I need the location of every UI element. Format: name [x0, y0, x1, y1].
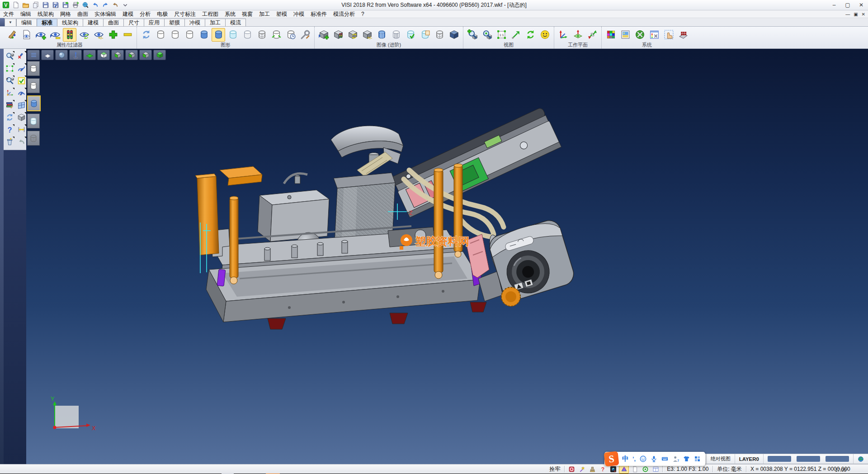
doc-copy-button[interactable] [31, 1, 40, 9]
mdi-restore-button[interactable]: ▣ [854, 12, 858, 17]
cyl-wire2-button[interactable] [433, 28, 446, 42]
minus-yellow-button[interactable] [121, 28, 134, 42]
zoom-plusminus-button[interactable]: ± [5, 75, 14, 86]
axes-move-button[interactable] [5, 87, 14, 98]
menu-item-15[interactable]: 冲模 [290, 10, 307, 18]
target-green-button[interactable] [641, 465, 650, 473]
menu-item-10[interactable]: 工程图 [199, 10, 222, 18]
tab-dropdown-button[interactable]: ▼ [5, 19, 16, 26]
eye-minus-button[interactable] [48, 28, 62, 42]
menu-item-13[interactable]: 加工 [256, 10, 273, 18]
cube-gray-button[interactable] [16, 112, 26, 123]
axis-vertical-button[interactable] [69, 50, 82, 60]
menu-item-3[interactable]: 网格 [57, 10, 74, 18]
cyl-arrows-button[interactable] [269, 28, 283, 42]
menu-item-9[interactable]: 尺寸标注 [171, 10, 199, 18]
palette-grid-button[interactable] [604, 28, 618, 42]
person-seven-button[interactable]: 7 [672, 455, 679, 463]
frame-one-one-button[interactable]: 1:1 [495, 28, 508, 42]
ribbon-tab-7[interactable]: 塑膜 [164, 19, 185, 26]
window-blue-button[interactable] [16, 100, 26, 110]
cyl-outline2-button[interactable] [27, 78, 40, 93]
menu-item-8[interactable]: 电极 [154, 10, 171, 18]
books-palette-button[interactable] [5, 100, 14, 110]
refresh-green-button[interactable] [524, 28, 537, 42]
menu-item-5[interactable]: 实体编辑 [91, 10, 119, 18]
pencil-cross-button[interactable] [16, 51, 26, 62]
smiley-blue-button[interactable] [639, 455, 647, 463]
question-help-button[interactable]: ? [5, 124, 14, 135]
image-pic-button[interactable] [618, 28, 632, 42]
ribbon-tab-6[interactable]: 应用 [144, 19, 165, 26]
ime-punctuation-toggle[interactable]: ’, [632, 455, 636, 462]
cube-traffic-button[interactable] [331, 28, 345, 42]
undo-button[interactable] [90, 1, 100, 9]
cube-plusminus-button[interactable]: +/- [360, 28, 374, 42]
curve-pencil-button[interactable] [16, 87, 26, 98]
cyl-cyan-button[interactable] [226, 28, 240, 42]
shirt-button[interactable] [683, 455, 690, 463]
cube-wire-top-button[interactable] [97, 50, 110, 60]
cyl-wire-button[interactable] [255, 28, 269, 42]
ribbon-tab-5[interactable]: 尺寸 [123, 19, 144, 26]
cyl-outline3-button[interactable] [183, 28, 196, 42]
cyl-white-button[interactable] [241, 28, 254, 42]
print-plot-button[interactable] [71, 1, 80, 9]
units-label[interactable]: 单位: 毫米 [715, 465, 744, 473]
search-globe-button[interactable] [80, 1, 90, 9]
trash-delete-button[interactable] [5, 136, 14, 147]
minimize-button[interactable]: – [827, 0, 841, 9]
save-export-button[interactable] [61, 1, 70, 9]
zoom-cube-button[interactable] [480, 28, 494, 42]
plane-white-button[interactable] [41, 50, 54, 60]
cube-dark-button[interactable] [447, 28, 461, 42]
menu-item-17[interactable]: 模流分析 [330, 10, 358, 18]
menu-item-4[interactable]: 曲面 [74, 10, 91, 18]
window-split-button[interactable] [651, 465, 660, 473]
cube-refresh-button[interactable] [346, 28, 359, 42]
cyl-striped-button[interactable] [389, 28, 403, 42]
menu-item-7[interactable]: 分析 [137, 10, 154, 18]
curve-sketch-button[interactable] [16, 63, 26, 74]
badge-red-button[interactable] [567, 465, 576, 473]
menu-item-0[interactable]: 文件 [0, 10, 17, 18]
cyl-blue-striped-button[interactable] [375, 28, 388, 42]
eye-plus-button[interactable] [34, 28, 47, 42]
zoom-plus-cube-button[interactable] [466, 28, 479, 42]
cube-iso2-button[interactable] [125, 50, 138, 60]
cyl-blue-button[interactable] [197, 28, 211, 42]
close-button[interactable]: ✕ [854, 0, 868, 9]
sogou-logo-icon[interactable]: S [604, 451, 619, 466]
doc-eye-button[interactable] [19, 28, 33, 42]
axes-rgb-button[interactable] [557, 28, 570, 42]
ribbon-tab-9[interactable]: 加工 [205, 19, 226, 26]
mdi-close-button[interactable]: ✕ [862, 12, 865, 17]
cyl-wire-button[interactable] [27, 131, 40, 146]
menu-item-18[interactable]: ? [358, 10, 368, 18]
cyl-light-button[interactable] [27, 114, 40, 128]
check-confirm-button[interactable] [16, 75, 26, 86]
mdi-minimize-button[interactable]: — [845, 12, 850, 17]
ribbon-tab-0[interactable]: 编辑 [16, 19, 37, 26]
ribbon-tab-3[interactable]: 建模 [83, 19, 104, 26]
visi-logo-button[interactable]: V [1, 1, 10, 9]
cyl-blue-sel-button[interactable] [27, 95, 41, 111]
cyl-blue-sel-button[interactable] [212, 28, 225, 42]
window-config-button[interactable] [647, 28, 661, 42]
mic-button[interactable] [650, 455, 658, 463]
redo-button[interactable] [100, 1, 110, 9]
ribbon-tab-8[interactable]: 冲模 [184, 19, 205, 26]
view-mode-cell[interactable]: 绝对视图 [706, 454, 735, 464]
menu-item-1[interactable]: 编辑 [17, 10, 34, 18]
cube-solid-green-button[interactable] [153, 50, 166, 60]
measure-distance-button[interactable] [16, 124, 26, 135]
refresh-blue-button[interactable] [139, 28, 153, 42]
menu-item-14[interactable]: 塑模 [273, 10, 290, 18]
globe-cell[interactable] [853, 454, 868, 464]
stamp-seal-button[interactable] [588, 465, 597, 473]
menu-item-12[interactable]: 视窗 [239, 10, 256, 18]
smiley-view-button[interactable] [538, 28, 552, 42]
ribbon-tab-4[interactable]: 曲面 [103, 19, 124, 26]
traffic-light-button[interactable] [63, 28, 76, 42]
refresh-view-button[interactable] [5, 112, 14, 123]
